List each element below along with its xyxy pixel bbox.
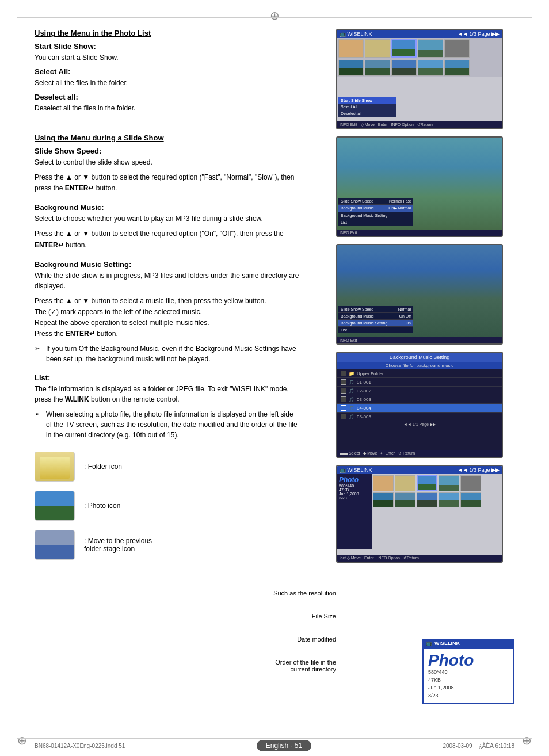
screen1-menu-overlay: Start Slide Show Select All Deselect all [338, 97, 396, 117]
footer-date: 2008-03-09 [443, 743, 472, 749]
section-title-slide-show: Using the Menu during a Slide Show [35, 133, 299, 142]
check-05 [341, 414, 346, 419]
thumb-upper-folder [338, 39, 364, 58]
screen5-row1 [373, 475, 501, 491]
bg-item-04-label: 04-004 [357, 406, 371, 411]
slide-speed-row2-selected: Background MusicOn▶ Normal [338, 205, 413, 212]
info-filesize: 47KB [428, 677, 441, 683]
wlink-bold: W.LINK [65, 395, 89, 403]
item-slide-show-speed: Slide Show Speed: Select to control the … [35, 147, 299, 194]
bg-item-01-label: 01-001 [357, 380, 371, 385]
item-deselect-all-text: Deselect all the files in the folder. [35, 103, 299, 113]
annotation-date: Date modified [173, 636, 336, 643]
enter-bold-1: ENTER↵ [65, 184, 94, 192]
bg-item-04-highlighted: 🎵 04-004 [337, 404, 502, 413]
item-bg-setting-title: Background Music Setting: [35, 260, 299, 269]
crosshair-bottom-right-icon: ⊕ [522, 734, 532, 747]
footer-datetime: 2008-03-09 ¿ÀÈÄ 6:10:18 [443, 743, 514, 749]
item-start-slide-show: Start Slide Show: You can start a Slide … [35, 42, 299, 63]
section-title-photo-list: Using the Menu in the Photo List [35, 29, 299, 37]
item-list: List: The file information is displayed … [35, 373, 299, 440]
wiselink-logo-text: WISELINK [434, 640, 460, 646]
info-detail-box: Photo 580*440 47KB Jun 1,2008 3/23 [422, 648, 514, 704]
footer-time: ¿ÀÈÄ 6:10:18 [479, 743, 514, 749]
menu-start-slide: Start Slide Show [338, 97, 396, 104]
screen1-header: 📺 WISELINK ◄◄ 1/3 Page ▶▶ [337, 30, 502, 38]
menu-select-all: Select All [338, 104, 396, 110]
right-column: 📺 WISELINK ◄◄ 1/3 Page ▶▶ Start Slide [336, 29, 514, 570]
annotation-filesize: File Size [173, 613, 336, 620]
item-select-all-title: Select All: [35, 67, 299, 76]
slide-speed-menu-overlay: Slide Show SpeedNormal Fast Background M… [338, 198, 413, 226]
item-bg-music-title: Background Music: [35, 203, 299, 212]
check-01 [341, 379, 346, 385]
wiselink-logo-icon: 📺 [426, 640, 432, 646]
screen1-thumbs-row1 [337, 38, 502, 59]
thumb-r2-3 [391, 60, 417, 76]
annotation-resolution: Such as the resolution [173, 590, 336, 597]
item-deselect-all: Deselect all: Deselect all the files in … [35, 93, 299, 113]
screen5-thumbs [372, 474, 502, 549]
screen4-menu-bar: ▬▬ Select ◆ Move ↵ Enter ↺ Return [337, 450, 502, 457]
screen5-header: 📺 WISELINK ◄◄ 1/3 Page ▶▶ [337, 466, 502, 474]
slide-speed-row1: Slide Show SpeedNormal Fast [338, 198, 413, 205]
section-slide-show-menu: Using the Menu during a Slide Show Slide… [35, 133, 299, 440]
bg-music-row3-selected: Background Music SettingOn [338, 320, 413, 327]
icon-legend: : Folder icon : Photo icon : Move to the… [35, 452, 299, 560]
info-photo-title: Photo [428, 652, 509, 669]
check-03 [341, 396, 346, 402]
item-speed-text: Select to control the slide show speed. [35, 157, 299, 167]
item-bg-music-press: Press the ▲ or ▼ button to select the re… [35, 228, 299, 250]
screen-slide-speed: Slide Show SpeedNormal Fast Background M… [336, 136, 503, 237]
back-icon-label: : Move to the previousfolder stage icon [84, 537, 152, 553]
thumb-r2-1 [338, 60, 364, 76]
item-speed-press: Press the ▲ or ▼ button to select the re… [35, 172, 299, 194]
item-speed-title: Slide Show Speed: [35, 147, 299, 155]
screen1-menu-bar: INFO Edit ◇ Move Enter INFO Option ↺Retu… [337, 121, 502, 128]
folder-icon-label: : Folder icon [84, 463, 122, 471]
screen1-page: ◄◄ 1/3 Page ▶▶ [458, 31, 500, 37]
bg-music-row2: Background MusicOn Off [338, 313, 413, 320]
icon-row-back: : Move to the previousfolder stage icon [35, 530, 299, 560]
item-bg-music-text: Select to choose whether you want to pla… [35, 213, 299, 224]
thumb-photo001 [391, 39, 417, 58]
info-order: 3/23 [428, 693, 439, 698]
footer-filename: BN68-01412A-X0Eng-0225.indd 51 [35, 743, 125, 749]
back-icon-image [35, 530, 75, 560]
bg-music-row4: List [338, 327, 413, 333]
photo-icon-label: : Photo icon [84, 502, 120, 510]
crosshair-top-icon: ⊕ [270, 9, 280, 22]
bg-item-03-label: 03-003 [357, 397, 371, 402]
item-bg-setting-note: If you turn Off the Background Music, ev… [35, 343, 299, 364]
info-resolution: 580*440 [428, 669, 448, 675]
icon-row-folder: : Folder icon [35, 452, 299, 482]
screen-bg-music: Slide Show SpeedNormal Background MusicO… [336, 244, 503, 345]
page-border-top [17, 17, 532, 18]
item-background-music: Background Music: Select to choose wheth… [35, 203, 299, 250]
screen1-wiselink: 📺 WISELINK [340, 31, 372, 37]
item-start-slide-show-title: Start Slide Show: [35, 42, 299, 51]
page-border-bottom [17, 738, 532, 739]
crosshair-bottom-left-icon: ⊕ [17, 734, 27, 747]
screen-bg-music-setting: Background Music Setting Choose file for… [336, 352, 503, 458]
wiselink-logo-bar: 📺 WISELINK [422, 639, 514, 648]
bg-item-upper-folder-label: Upper Folder [357, 371, 384, 376]
folder-icon-image [35, 452, 75, 482]
page-footer: BN68-01412A-X0Eng-0225.indd 51 English -… [35, 740, 514, 751]
thumb-r2-5 [444, 60, 470, 76]
item-list-text: The file information is displayed as a f… [35, 384, 299, 404]
thumb-photo002 [418, 39, 443, 58]
screen1-thumbs-row2 [337, 59, 502, 77]
item-background-music-setting: Background Music Setting: While the slid… [35, 260, 299, 364]
menu-deselect-all: Deselect all [338, 110, 396, 117]
check-upper-folder [341, 371, 346, 376]
item-deselect-all-title: Deselect all: [35, 93, 299, 101]
screen-photo-info: 📺 WISELINK ◄◄ 1/3 Page ▶▶ Photo 580*440 … [336, 465, 503, 563]
slide-speed-row3: Background Music Setting [338, 212, 413, 219]
enter-bold-3: ENTER↵ [66, 330, 95, 338]
bg-item-01: 🎵 01-001 [337, 378, 502, 387]
bg-setting-subheader: Choose file for background music [337, 362, 502, 369]
bg-item-03: 🎵 03-003 [337, 395, 502, 404]
item-bg-setting-text: While the slide show is in progress, MP3… [35, 270, 299, 291]
screen-photo-list: 📺 WISELINK ◄◄ 1/3 Page ▶▶ Start Slide [336, 29, 503, 129]
